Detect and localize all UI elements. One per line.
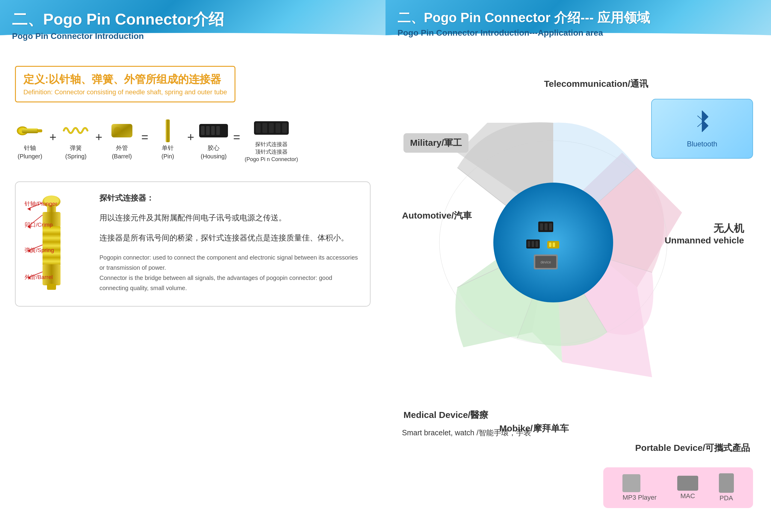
plunger-icon [15, 120, 45, 141]
left-content: 定义:以针轴、弹簧、外管所组成的连接器 Definition: Connecto… [0, 54, 385, 319]
left-title-chinese: 二、Pogo Pin Connector介绍 [12, 9, 373, 30]
connector-diagram: 针轴/Plunger 卯口/Crimp 弹簧/Spring 外管/Barrel [25, 191, 90, 297]
left-header-title: 二、Pogo Pin Connector介绍 Pogo Pin Connecto… [0, 0, 385, 44]
component-pin: 单针 (Pin) [153, 120, 183, 160]
svg-rect-13 [256, 123, 260, 133]
left-panel: 二、Pogo Pin Connector介绍 Pogo Pin Connecto… [0, 0, 385, 532]
equals-2: = [233, 131, 240, 150]
svg-rect-22 [43, 226, 60, 265]
desc-body-cn-1: 用以连接元件及其附属配件间电子讯号或电源之传送。 [99, 211, 361, 225]
arrow-crimp: 卯口/Crimp [25, 221, 53, 229]
svg-rect-10 [211, 126, 215, 135]
housing-label: 胶心 (Housing) [201, 144, 227, 160]
connector-icon [253, 117, 289, 138]
plunger-label: 针轴 (Plunger) [18, 144, 42, 160]
right-panel: 二、Pogo Pin Connector 介绍--- 应用领域 Pogo Pin… [385, 0, 771, 532]
description-box: 针轴/Plunger 卯口/Crimp 弹簧/Spring 外管/Barrel … [15, 181, 370, 307]
desc-body-en: Pogopin connector: used to connect the c… [99, 252, 361, 293]
svg-rect-15 [269, 123, 274, 133]
svg-rect-51 [553, 242, 555, 247]
medical-label: Medical Device/醫療 [404, 409, 488, 421]
telecom-label: Telecommunication/通讯 [544, 78, 648, 90]
housing-icon [199, 120, 228, 141]
left-header-banner: 二、Pogo Pin Connector介绍 Pogo Pin Connecto… [0, 0, 385, 54]
svg-rect-43 [545, 223, 548, 230]
svg-point-5 [114, 127, 121, 134]
svg-rect-17 [282, 123, 287, 133]
svg-rect-16 [275, 123, 280, 133]
desc-body-cn-2: 连接器是所有讯号间的桥梁，探针式连接器优点是连接质量佳、体积小。 [99, 231, 361, 245]
mp3-label: MP3 Player [622, 474, 657, 501]
svg-text:device: device [541, 260, 551, 264]
svg-rect-9 [206, 126, 210, 135]
pin-label: 单针 (Pin) [161, 144, 174, 160]
svg-rect-8 [201, 126, 204, 135]
pin-icon [153, 120, 183, 141]
unmanned-en: Unmanned vehicle [665, 235, 744, 245]
right-content: device Telecommunication/通讯 Bluetooth Mi… [385, 54, 771, 532]
unmanned-cn: 无人机 [665, 222, 744, 235]
right-title-chinese: 二、Pogo Pin Connector 介绍--- 应用领域 [398, 9, 759, 27]
unmanned-label: 无人机 Unmanned vehicle [665, 222, 744, 245]
spring-label: 弹簧 (Spring) [65, 144, 87, 160]
automotive-label: Automotive/汽車 [402, 210, 472, 222]
svg-rect-24 [47, 284, 56, 290]
pda-label: PDA [719, 473, 734, 502]
svg-rect-50 [549, 242, 552, 247]
svg-rect-11 [216, 126, 220, 135]
portable-items: MP3 Player MAC PDA [603, 467, 753, 508]
bluetooth-text: Bluetooth [687, 140, 717, 148]
spring-icon [61, 120, 91, 141]
arrow-barrel: 外管/Barrel [25, 273, 53, 281]
plus-2: + [95, 131, 102, 150]
svg-rect-6 [166, 119, 170, 142]
definition-box: 定义:以针轴、弹簧、外管所组成的连接器 Definition: Connecto… [15, 66, 235, 102]
svg-rect-47 [532, 241, 534, 247]
right-header-banner: 二、Pogo Pin Connector 介绍--- 应用领域 Pogo Pin… [385, 0, 771, 54]
component-barrel: 外管 (Barrel) [107, 120, 137, 160]
arrow-spring: 弹簧/Spring [25, 246, 54, 254]
connector-label: 探针式连接器 顶针式连接器 (Pogo Pi n Connector) [245, 141, 298, 163]
left-title-english: Pogo Pin Connector Introduction [12, 31, 373, 41]
component-connector: 探针式连接器 顶针式连接器 (Pogo Pi n Connector) [245, 117, 298, 163]
svg-rect-48 [536, 241, 538, 247]
mac-label: MAC [677, 476, 698, 500]
definition-chinese: 定义:以针轴、弹簧、外管所组成的连接器 [23, 72, 227, 87]
desc-title-cn: 探针式连接器： [99, 191, 361, 205]
description-text: 探针式连接器： 用以连接元件及其附属配件间电子讯号或电源之传送。 连接器是所有讯… [99, 191, 361, 297]
components-row: 针轴 (Plunger) + 弹簧 (Spring) + [15, 117, 370, 163]
plus-3: + [187, 131, 194, 150]
svg-rect-2 [22, 128, 38, 133]
app-diagram: device Telecommunication/通讯 Bluetooth Mi… [398, 63, 759, 523]
bluetooth-box: Bluetooth [651, 99, 753, 159]
plus-1: + [49, 131, 56, 150]
military-label: Military/軍工 [404, 133, 469, 153]
portable-label: Portable Device/可攜式產品 [635, 442, 750, 454]
right-header-title: 二、Pogo Pin Connector 介绍--- 应用领域 Pogo Pin… [385, 0, 771, 41]
component-plunger: 针轴 (Plunger) [15, 120, 45, 160]
barrel-icon [107, 120, 137, 141]
svg-rect-46 [528, 241, 530, 247]
right-title-english: Pogo Pin Connector Introduction---Applic… [398, 28, 759, 38]
bluetooth-icon [693, 109, 711, 137]
component-housing: 胶心 (Housing) [199, 120, 228, 160]
barrel-label: 外管 (Barrel) [112, 144, 132, 160]
definition-english: Definition: Connector consisting of need… [23, 88, 227, 96]
arrow-plunger: 针轴/Plunger [25, 200, 57, 208]
svg-rect-14 [262, 123, 267, 133]
equals-1: = [141, 131, 148, 150]
component-spring: 弹簧 (Spring) [61, 120, 91, 160]
svg-rect-44 [549, 223, 552, 230]
svg-rect-3 [37, 129, 42, 132]
svg-rect-42 [540, 223, 543, 230]
